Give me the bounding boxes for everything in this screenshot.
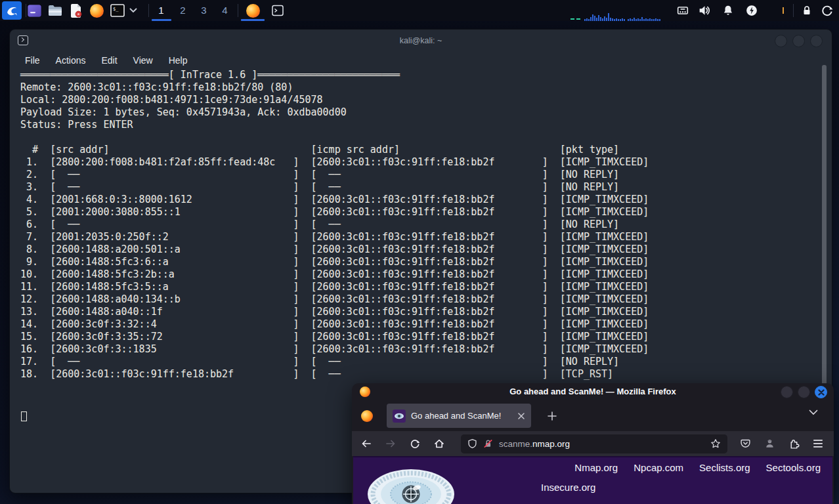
close-button[interactable]: [810, 35, 823, 47]
workspace-3[interactable]: 3: [194, 3, 214, 18]
menu-file[interactable]: File: [22, 54, 43, 66]
terminal-icon: $_: [110, 4, 125, 17]
menu-help[interactable]: Help: [165, 54, 191, 66]
firefox-icon: [246, 4, 260, 18]
volume-icon[interactable]: [699, 5, 710, 16]
reload-button[interactable]: [410, 438, 420, 449]
panel-separator: [148, 4, 149, 17]
power-manager-icon[interactable]: [746, 5, 758, 16]
ethernet-icon[interactable]: [677, 5, 689, 16]
workspace-1[interactable]: 1: [151, 3, 171, 18]
close-x-icon: [818, 389, 825, 396]
url-text: scanme.nmap.org: [499, 439, 570, 449]
terminal-cursor: [21, 411, 27, 421]
menu-edit[interactable]: Edit: [98, 54, 120, 66]
firefox-titlebar[interactable]: Go ahead and ScanMe! — Mozilla Firefox: [352, 383, 834, 400]
firefox-launcher[interactable]: [89, 3, 104, 18]
maximize-button[interactable]: [792, 35, 805, 47]
tray-indicator: [783, 7, 784, 14]
workspace-2[interactable]: 2: [173, 3, 193, 18]
firefox-window: Go ahead and ScanMe! — Mozilla Firefox G…: [352, 383, 834, 504]
launcher-dropdown-chevron-icon[interactable]: [129, 8, 137, 13]
nmap-eye-favicon: [393, 410, 406, 423]
terminal-titlebar[interactable]: kali@kali: ~: [10, 30, 832, 52]
tab-close-icon[interactable]: [517, 412, 525, 420]
hamburger-menu-icon[interactable]: [813, 439, 823, 448]
home-button[interactable]: [434, 438, 444, 449]
window-app-icon: [28, 5, 41, 17]
terminal-window-title: kali@kali: ~: [10, 30, 832, 52]
lock-icon[interactable]: [802, 5, 813, 17]
notifications-bell-icon[interactable]: [722, 5, 734, 16]
terminal-output: ═════════════════════════[ InTrace 1.6 ]…: [20, 69, 649, 381]
taskbar-terminal-window[interactable]: [272, 5, 284, 16]
kali-menu-button[interactable]: [2, 1, 22, 20]
window-app-launcher[interactable]: [27, 3, 41, 18]
terminal-outline-icon: [272, 5, 284, 16]
top-panel: $_ 1 2 3 4: [0, 0, 839, 21]
firefox-window-title: Go ahead and ScanMe! — Mozilla Firefox: [352, 383, 834, 400]
svg-text:$_: $_: [113, 7, 119, 12]
browser-tab[interactable]: Go ahead and ScanMe!: [387, 404, 531, 428]
folder-icon: [48, 5, 62, 16]
insecure-lock-icon[interactable]: [483, 438, 493, 449]
minimize-button[interactable]: [775, 35, 787, 47]
back-button[interactable]: [361, 438, 372, 449]
active-workspace-indicator: [152, 19, 171, 21]
menu-actions[interactable]: Actions: [53, 54, 89, 66]
tab-title: Go ahead and ScanMe!: [411, 411, 512, 421]
url-bar[interactable]: scanme.nmap.org: [461, 434, 727, 453]
panel-separator: [793, 4, 794, 17]
pocket-icon[interactable]: [740, 438, 751, 449]
link-nmap-org[interactable]: Nmap.org: [574, 462, 618, 473]
nmap-eye-logo: [364, 460, 462, 504]
document-icon: [70, 4, 82, 18]
network-monitor-graph[interactable]: [570, 12, 667, 21]
firefox-navbar: scanme.nmap.org: [352, 431, 834, 456]
active-window-indicator: [241, 19, 265, 21]
maximize-button[interactable]: [798, 386, 810, 398]
list-tabs-chevron-icon[interactable]: [809, 410, 818, 415]
firefox-icon: [90, 4, 104, 18]
forward-button[interactable]: [385, 438, 396, 449]
terminal-menubar: File Actions Edit View Help: [10, 52, 832, 69]
extensions-puzzle-icon[interactable]: [788, 438, 800, 450]
text-editor-launcher[interactable]: [69, 3, 83, 18]
bookmark-star-icon[interactable]: [710, 438, 721, 449]
site-nav-links: Nmap.org Npcap.com Seclists.org Sectools…: [574, 462, 821, 473]
panel-separator: [26, 4, 26, 17]
taskbar-firefox-window[interactable]: [246, 3, 260, 18]
link-sectools-org[interactable]: Sectools.org: [766, 462, 821, 473]
link-insecure-org[interactable]: Insecure.org: [541, 482, 595, 493]
close-button[interactable]: [815, 386, 827, 398]
link-seclists-org[interactable]: Seclists.org: [699, 462, 750, 473]
tracking-protection-shield-icon[interactable]: [467, 438, 477, 449]
firefox-icon: [361, 410, 373, 422]
kali-dragon-icon: [5, 3, 19, 18]
logout-icon[interactable]: [821, 5, 833, 16]
file-manager-launcher[interactable]: [48, 3, 62, 18]
panel-separator: [238, 4, 238, 17]
minimize-button[interactable]: [781, 386, 793, 398]
new-tab-icon[interactable]: [548, 411, 557, 421]
firefox-tabbar: Go ahead and ScanMe!: [352, 400, 834, 431]
terminal-launcher[interactable]: $_: [110, 3, 125, 18]
workspace-4[interactable]: 4: [215, 3, 235, 18]
webpage-scanme-nmap: Nmap.org Npcap.com Seclists.org Sectools…: [353, 456, 832, 504]
menu-view[interactable]: View: [130, 54, 156, 66]
link-npcap-com[interactable]: Npcap.com: [634, 462, 683, 473]
account-icon[interactable]: [764, 438, 775, 449]
